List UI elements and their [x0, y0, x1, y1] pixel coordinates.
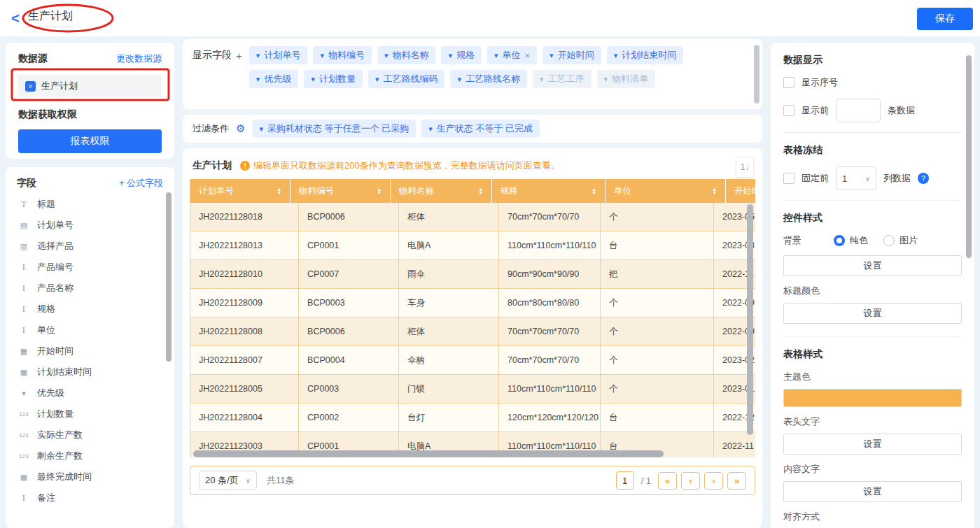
- tag-label: 计划单号: [264, 49, 300, 62]
- table-header-cell[interactable]: 物料编号▲▼: [290, 179, 391, 203]
- help-icon[interactable]: [918, 173, 929, 184]
- back-icon[interactable]: <: [11, 11, 20, 25]
- tag-label: 单位: [503, 49, 521, 62]
- field-item[interactable]: T 标题: [17, 194, 163, 215]
- filter-tag[interactable]: 生产状态 不等于 已完成: [421, 120, 540, 138]
- page-title[interactable]: 生产计划: [28, 9, 73, 27]
- table-row[interactable]: JH20221128010 CP0007 雨伞 90cm*90cm*90/90 …: [190, 260, 755, 289]
- show-first-checkbox[interactable]: [783, 105, 794, 116]
- fields-scrollbar[interactable]: [166, 192, 172, 362]
- first-page-button[interactable]: [658, 472, 677, 490]
- field-item[interactable]: I 产品编号: [17, 257, 163, 278]
- field-item[interactable]: ▦ 计划结束时间: [17, 362, 163, 383]
- table-header-cell[interactable]: 单位▲▼: [606, 179, 726, 203]
- total-count: 共11条: [267, 474, 295, 487]
- display-field-tag[interactable]: 物料清单: [597, 70, 656, 88]
- save-button[interactable]: 保存: [917, 8, 973, 30]
- document-icon: [25, 81, 36, 92]
- text-icon: I: [17, 262, 31, 273]
- table-vertical-scrollbar[interactable]: [747, 204, 753, 435]
- header-text-set-button[interactable]: 设置: [783, 434, 962, 455]
- field-item[interactable]: ▥ 选择产品: [17, 236, 163, 257]
- table-header-cell[interactable]: 开始时间▲▼: [726, 179, 755, 203]
- field-item[interactable]: ▾ 优先级: [17, 383, 163, 404]
- page-size-select[interactable]: 20 条/页: [199, 471, 257, 490]
- table-row[interactable]: JH20221128018 BCP0006 柜体 70cm*70cm*70/70…: [190, 203, 755, 231]
- display-field-tag[interactable]: 工艺路线编码: [368, 70, 445, 88]
- field-item[interactable]: I 单位: [17, 320, 163, 341]
- sort-arrows-icon[interactable]: ▲▼: [276, 187, 281, 194]
- settings-scrollbar[interactable]: [966, 55, 972, 258]
- field-item[interactable]: ▦ 最终完成时间: [17, 466, 163, 487]
- background-set-button[interactable]: 设置: [783, 255, 962, 276]
- display-field-tag[interactable]: 单位×: [487, 46, 537, 64]
- display-field-tag[interactable]: 工艺工序: [533, 70, 592, 88]
- prev-page-button[interactable]: [681, 472, 700, 490]
- field-item-label: 计划单号: [37, 219, 74, 231]
- table-row[interactable]: JH20221128005 CP0003 门锁 110cm*110cm*110/…: [190, 375, 755, 404]
- display-field-tag[interactable]: 计划数量: [304, 70, 363, 88]
- page-input[interactable]: 1: [616, 471, 634, 490]
- table-title: 生产计划: [192, 159, 232, 172]
- table-row[interactable]: JH20221128013 CP0001 电脑A 110cm*110cm*110…: [190, 231, 755, 260]
- display-field-tag[interactable]: 计划结束时间: [607, 46, 684, 64]
- sort-arrows-icon[interactable]: ▲▼: [377, 187, 382, 194]
- sort-arrows-icon[interactable]: ▲▼: [592, 187, 596, 194]
- display-field-tag[interactable]: 优先级: [249, 70, 299, 88]
- sort-arrows-icon[interactable]: ▲▼: [478, 187, 483, 194]
- sort-order-tool[interactable]: 1↓: [736, 157, 754, 178]
- display-field-tag[interactable]: 规格: [441, 46, 482, 64]
- field-item[interactable]: I 备注: [17, 487, 163, 508]
- show-index-checkbox[interactable]: [783, 77, 794, 88]
- next-page-button[interactable]: [704, 472, 723, 490]
- display-field-tag[interactable]: 物料编号: [313, 46, 372, 64]
- datasource-panel: 数据源 更改数据源 生产计划 数据获取权限 报表权限: [6, 43, 174, 159]
- sort-arrows-icon[interactable]: ▲▼: [712, 187, 717, 194]
- table-row[interactable]: JH20221128008 BCP0006 柜体 70cm*70cm*70/70…: [190, 317, 755, 346]
- field-item[interactable]: 123 实际生产数: [17, 424, 163, 445]
- change-datasource-link[interactable]: 更改数据源: [116, 52, 162, 65]
- cell-spec: 110cm*110cm*110/110: [499, 231, 601, 259]
- report-permission-button[interactable]: 报表权限: [18, 129, 162, 153]
- field-item[interactable]: I 规格: [17, 299, 163, 320]
- table-row[interactable]: JH20221128004 CP0002 台灯 120cm*120cm*120/…: [190, 404, 755, 432]
- table-header-cell[interactable]: 规格▲▼: [492, 179, 606, 203]
- close-icon[interactable]: ×: [525, 50, 531, 61]
- last-page-button[interactable]: [727, 472, 746, 490]
- display-fields-panel: 显示字段 + 计划单号 物料编号 物料名称 规格 单位× 开始时间 计划结束: [183, 39, 762, 109]
- display-field-tag[interactable]: 计划单号: [249, 46, 308, 64]
- filter-tag[interactable]: 采购耗材状态 等于任意一个 已采购: [253, 120, 416, 138]
- add-field-icon[interactable]: +: [236, 50, 242, 62]
- image-radio[interactable]: [883, 235, 895, 246]
- freeze-checkbox[interactable]: [783, 173, 794, 184]
- table-horizontal-scrollbar[interactable]: [193, 450, 664, 457]
- title-color-set-button[interactable]: 设置: [783, 303, 962, 324]
- theme-color-label: 主题色: [783, 371, 962, 383]
- display-field-tag[interactable]: 工艺路线名称: [450, 70, 527, 88]
- solid-color-radio[interactable]: [834, 235, 845, 246]
- table-row[interactable]: JH20221128009 BCP0003 车身 80cm*80cm*80/80…: [190, 289, 755, 317]
- table-header-cell[interactable]: 物料名称▲▼: [391, 179, 492, 203]
- display-fields-scrollbar[interactable]: [754, 45, 760, 104]
- formula-field-link[interactable]: + 公式字段: [119, 177, 163, 190]
- cell-unit: 台: [601, 231, 714, 259]
- content-text-set-button[interactable]: 设置: [783, 481, 962, 502]
- field-item[interactable]: ▦ 开始时间: [17, 341, 163, 362]
- display-field-tag[interactable]: 开始时间: [542, 46, 601, 64]
- freeze-title: 表格冻结: [783, 144, 962, 157]
- column-label: 物料名称: [399, 185, 434, 197]
- datasource-item[interactable]: 生产计划: [18, 75, 162, 97]
- show-first-input[interactable]: [836, 99, 881, 122]
- cell-material-no: BCP0003: [299, 289, 399, 317]
- field-item[interactable]: 123 计划数量: [17, 404, 163, 424]
- table-header-cell[interactable]: 计划单号▲▼: [190, 179, 290, 203]
- field-item[interactable]: I 产品名称: [17, 278, 163, 299]
- theme-color-swatch[interactable]: [783, 389, 962, 407]
- field-item[interactable]: 123 剩余生产数: [17, 445, 163, 466]
- display-field-tag[interactable]: 物料名称: [377, 46, 436, 64]
- freeze-col-select[interactable]: 1: [836, 166, 876, 190]
- field-item[interactable]: ▤ 计划单号: [17, 215, 163, 236]
- cell-material-name: 门锁: [399, 375, 499, 403]
- gear-icon[interactable]: [236, 122, 245, 135]
- table-row[interactable]: JH20221128007 BCP0004 伞柄 70cm*70cm*70/70…: [190, 346, 755, 375]
